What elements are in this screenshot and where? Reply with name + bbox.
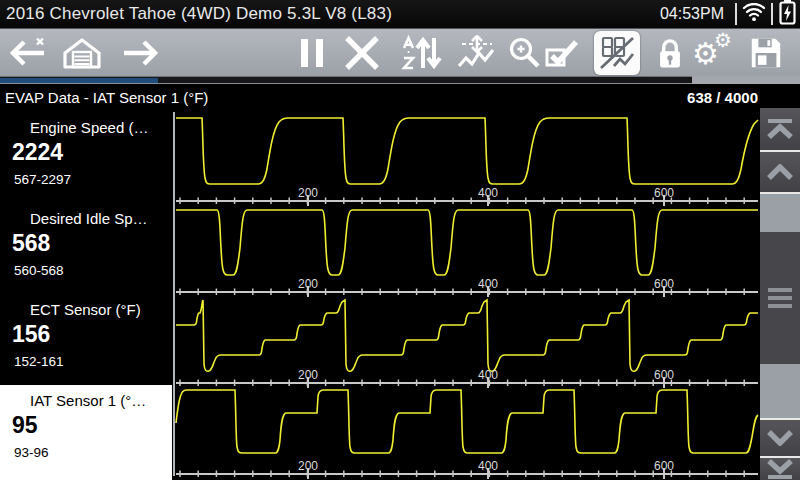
parameter-row[interactable]: Desired Idle Sp… 568 560-568 [0,203,172,294]
buffer-progress-strip [0,76,800,84]
save-button[interactable] [744,31,788,75]
gears-icon: ⚙⚙ [694,33,734,73]
parameter-range: 152-161 [14,354,172,369]
parameter-value: 2224 [12,139,172,166]
settings-button[interactable]: ⚙⚙ [692,31,736,75]
title-bar: 2016 Chevrolet Tahoe (4WD) Demo 5.3L V8 … [0,0,800,28]
x-axis-tick-label: 200 [298,187,318,199]
x-axis-tick-label: 600 [654,278,674,290]
home-button[interactable] [60,31,104,75]
buffer-progress-fill [0,78,158,83]
graph-panel-3: 200400600 [176,294,758,385]
sort-az-button[interactable] [400,31,444,75]
parameter-range: 93-96 [14,445,172,460]
thumb-grip-line [768,304,792,308]
custom-data-list-button[interactable] [454,31,498,75]
x-axis-tick-label: 400 [478,460,498,472]
parameter-row[interactable]: ECT Sensor (°F) 156 152-161 [0,294,172,385]
parameter-value: 95 [12,412,172,439]
dataset-title: EVAP Data - IAT Sensor 1 (°F) [0,89,208,106]
x-axis-tick-label: 400 [478,369,498,381]
x-axis-tick-label: 600 [654,187,674,199]
vehicle-title: 2016 Chevrolet Tahoe (4WD) Demo 5.3L V8 … [0,4,392,24]
waveform-trace [176,210,758,275]
digital-graph-toggle-button[interactable] [594,31,640,75]
scroll-down-button[interactable] [760,420,800,456]
thumb-grip-line [768,296,792,300]
waveform-trace [176,118,758,184]
parameter-range: 567-2297 [14,172,172,187]
x-axis-tick-label: 200 [298,278,318,290]
battery-charging-icon [778,0,797,29]
graph-area: 200400600200400600200400600200400600 [176,112,758,480]
x-axis-tick-label: 200 [298,460,318,472]
wifi-icon [742,3,766,26]
x-axis-tick-label: 400 [478,187,498,199]
graph-left-axis [173,112,175,476]
x-axis-tick-label: 600 [654,460,674,472]
scrollbar-track[interactable] [760,194,800,418]
waveform-trace [176,390,758,453]
parameter-name: IAT Sensor 1 (°… [30,392,170,409]
pause-button[interactable] [294,31,330,75]
confirm-button[interactable] [540,31,584,75]
lock-button[interactable] [652,31,688,75]
parameter-row[interactable]: Engine Speed (… 2224 567-2297 [0,112,172,203]
scrollbar [760,108,800,480]
parameter-list: Engine Speed (… 2224 567-2297 Desired Id… [0,112,172,480]
scroll-to-bottom-button[interactable] [760,458,800,480]
thumb-grip-line [768,288,792,292]
frame-counter: 638 / 4000 [687,89,758,106]
waveform-trace [176,300,758,371]
x-axis-tick-label: 400 [478,278,498,290]
graph-panel-4: 200400600 [176,385,758,476]
separator [771,3,773,25]
graph-panel-1: 200400600 [176,112,758,203]
forward-button[interactable] [118,31,162,75]
parameter-value: 156 [12,321,172,348]
scrollbar-thumb[interactable] [760,232,800,364]
scroll-up-button[interactable] [760,152,800,192]
buffer-progress-track [0,76,692,84]
parameter-row[interactable]: IAT Sensor 1 (°… 95 93-96 [0,385,172,480]
x-axis-tick-label: 600 [654,369,674,381]
parameter-name: Desired Idle Sp… [30,210,170,227]
clear-button[interactable] [340,31,384,75]
parameter-value: 568 [12,230,172,257]
clock: 04:53PM [660,5,724,23]
zoom-button[interactable] [504,31,544,75]
scanner-screen: 2016 Chevrolet Tahoe (4WD) Demo 5.3L V8 … [0,0,800,480]
parameter-name: ECT Sensor (°F) [30,301,170,318]
parameter-name: Engine Speed (… [30,119,170,136]
x-axis-tick-label: 200 [298,369,318,381]
toolbar: ⚙⚙ [0,28,800,76]
separator [735,3,737,25]
graph-panel-2: 200400600 [176,203,758,294]
parameter-range: 560-568 [14,263,172,278]
status-cluster: 04:53PM [660,0,800,28]
scroll-to-top-button[interactable] [760,108,800,150]
back-button[interactable] [6,31,50,75]
data-header: EVAP Data - IAT Sensor 1 (°F) 638 / 4000 [0,84,800,110]
